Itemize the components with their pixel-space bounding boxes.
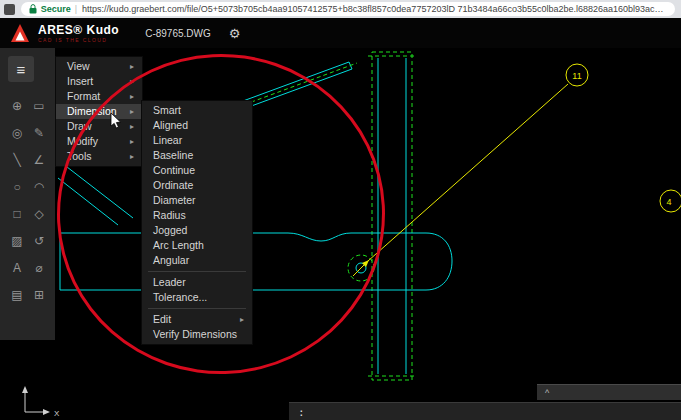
app-tagline: CAD IS THE CLOUD	[38, 38, 119, 43]
submenu-item-angular[interactable]: Angular	[142, 253, 252, 268]
menu-item-label: View	[67, 59, 90, 74]
chevron-right-icon: ▸	[130, 89, 134, 104]
chevron-right-icon: ▸	[130, 134, 134, 149]
submenu-item-label: Verify Dimensions	[153, 327, 237, 342]
menu-item-label: Draw	[67, 119, 92, 134]
browser-window-icon[interactable]	[4, 4, 15, 15]
arc-tool-icon[interactable]: ◠	[28, 173, 50, 200]
menu-item-label: Dimension	[67, 104, 117, 119]
menu-item-view[interactable]: View ▸	[56, 59, 142, 74]
chevron-right-icon: ▸	[130, 119, 134, 134]
submenu-item-label: Baseline	[153, 148, 193, 163]
column-entity	[368, 52, 416, 380]
submenu-item-label: Arc Length	[153, 238, 204, 253]
settings-tool-icon[interactable]: ⊞	[28, 281, 50, 308]
text-tool-icon[interactable]: A	[6, 254, 28, 281]
menu-item-dimension[interactable]: Dimension ▸	[56, 104, 142, 119]
balloon-4[interactable]: 4	[660, 190, 681, 212]
submenu-item-ordinate[interactable]: Ordinate	[142, 178, 252, 193]
chevron-right-icon: ▸	[130, 74, 134, 89]
menu-item-label: Insert	[67, 74, 93, 89]
rectangle-tool-icon[interactable]: □	[6, 200, 28, 227]
document-name[interactable]: C-89765.DWG	[145, 28, 211, 39]
submenu-item-label: Continue	[153, 163, 195, 178]
submenu-item-smart[interactable]: Smart	[142, 103, 252, 118]
page-url[interactable]: https://kudo.graebert.com/file/O5+5073b7…	[82, 4, 667, 14]
chevron-right-icon: ▸	[130, 149, 134, 164]
submenu-item-aligned[interactable]: Aligned	[142, 118, 252, 133]
submenu-item-leader[interactable]: Leader	[142, 275, 252, 290]
polyline-tool-icon[interactable]: ∠	[28, 146, 50, 173]
submenu-item-continue[interactable]: Continue	[142, 163, 252, 178]
submenu-item-label: Diameter	[153, 193, 196, 208]
hatch-tool-icon[interactable]: ▨	[6, 227, 28, 254]
gear-icon[interactable]: ⚙	[229, 26, 241, 41]
dimension-tool-icon[interactable]: ⌀	[28, 254, 50, 281]
plate-entity	[60, 233, 452, 290]
main-menu: View ▸ Insert ▸ Format ▸ Dimension ▸ Dra…	[55, 56, 143, 167]
ucs-axis-icon: X	[22, 386, 60, 418]
secure-label[interactable]: Secure	[41, 4, 71, 14]
menu-item-format[interactable]: Format ▸	[56, 89, 142, 104]
leader-line-entity	[368, 84, 568, 261]
submenu-item-radius[interactable]: Radius	[142, 208, 252, 223]
submenu-item-verify-dimensions[interactable]: Verify Dimensions	[142, 327, 252, 342]
dimension-submenu: Smart Aligned Linear Baseline Continue O…	[141, 100, 253, 345]
submenu-item-label: Leader	[153, 275, 186, 290]
command-prompt: :	[298, 406, 305, 419]
address-separator: |	[75, 4, 77, 14]
circle-tool-icon[interactable]: ○	[6, 173, 28, 200]
pan-tool-icon[interactable]: ⊕	[6, 92, 28, 119]
browser-address-bar: Secure | https://kudo.graebert.com/file/…	[0, 0, 681, 18]
tool-grid: ⊕ ▭ ◎ ✎ ╲ ∠ ○ ◠ □ ◇ ▨ ↺ A ⌀ ▤ ⊞	[6, 92, 50, 308]
submenu-item-baseline[interactable]: Baseline	[142, 148, 252, 163]
zoom-tool-icon[interactable]: ◎	[6, 119, 28, 146]
menu-item-insert[interactable]: Insert ▸	[56, 74, 142, 89]
url-field[interactable]: Secure | https://kudo.graebert.com/file/…	[21, 2, 675, 16]
submenu-item-linear[interactable]: Linear	[142, 133, 252, 148]
submenu-item-label: Smart	[153, 103, 181, 118]
app-header: ARES® Kudo CAD IS THE CLOUD C-89765.DWG …	[0, 18, 681, 48]
menu-item-tools[interactable]: Tools ▸	[56, 149, 142, 164]
main-menu-button[interactable]: ≡	[8, 56, 34, 82]
left-toolbar: ≡ ⊕ ▭ ◎ ✎ ╲ ∠ ○ ◠ □ ◇ ▨ ↺ A ⌀ ▤ ⊞	[0, 48, 55, 340]
menu-item-label: Tools	[67, 149, 92, 164]
submenu-item-label: Aligned	[153, 118, 188, 133]
menu-separator	[148, 271, 246, 272]
ellipse-tool-icon[interactable]: ◇	[28, 200, 50, 227]
menu-item-label: Format	[67, 89, 100, 104]
submenu-item-label: Tolerance...	[153, 290, 207, 305]
line-tool-icon[interactable]: ╲	[6, 146, 28, 173]
submenu-item-arc-length[interactable]: Arc Length	[142, 238, 252, 253]
collapsed-panel-bar[interactable]: ^	[537, 384, 681, 400]
submenu-item-label: Linear	[153, 133, 182, 148]
beam-entity	[238, 62, 357, 108]
command-line-bar[interactable]: :	[289, 402, 681, 420]
submenu-item-label: Radius	[153, 208, 186, 223]
submenu-item-label: Angular	[153, 253, 189, 268]
chevron-up-icon[interactable]: ^	[545, 388, 549, 398]
balloon-11-label: 11	[572, 71, 581, 81]
submenu-item-label: Jogged	[153, 223, 187, 238]
menu-separator	[148, 308, 246, 309]
balloon-11[interactable]: 11	[566, 64, 588, 86]
chevron-right-icon: ▸	[130, 59, 134, 74]
layers-tool-icon[interactable]: ▤	[6, 281, 28, 308]
submenu-item-edit[interactable]: Edit ▸	[142, 312, 252, 327]
ares-logo-icon	[10, 23, 30, 43]
menu-item-modify[interactable]: Modify ▸	[56, 134, 142, 149]
submenu-item-label: Ordinate	[153, 178, 193, 193]
rotate-tool-icon[interactable]: ↺	[28, 227, 50, 254]
hamburger-icon: ≡	[17, 61, 26, 78]
submenu-item-jogged[interactable]: Jogged	[142, 223, 252, 238]
menu-item-draw[interactable]: Draw ▸	[56, 119, 142, 134]
select-tool-icon[interactable]: ▭	[28, 92, 50, 119]
chevron-right-icon: ▸	[130, 104, 134, 119]
chevron-right-icon: ▸	[240, 312, 244, 327]
sketch-tool-icon[interactable]: ✎	[28, 119, 50, 146]
submenu-item-diameter[interactable]: Diameter	[142, 193, 252, 208]
brand-block: ARES® Kudo CAD IS THE CLOUD	[38, 24, 119, 43]
balloon-4-label: 4	[666, 197, 671, 207]
menu-item-label: Modify	[67, 134, 98, 149]
submenu-item-tolerance[interactable]: Tolerance...	[142, 290, 252, 305]
